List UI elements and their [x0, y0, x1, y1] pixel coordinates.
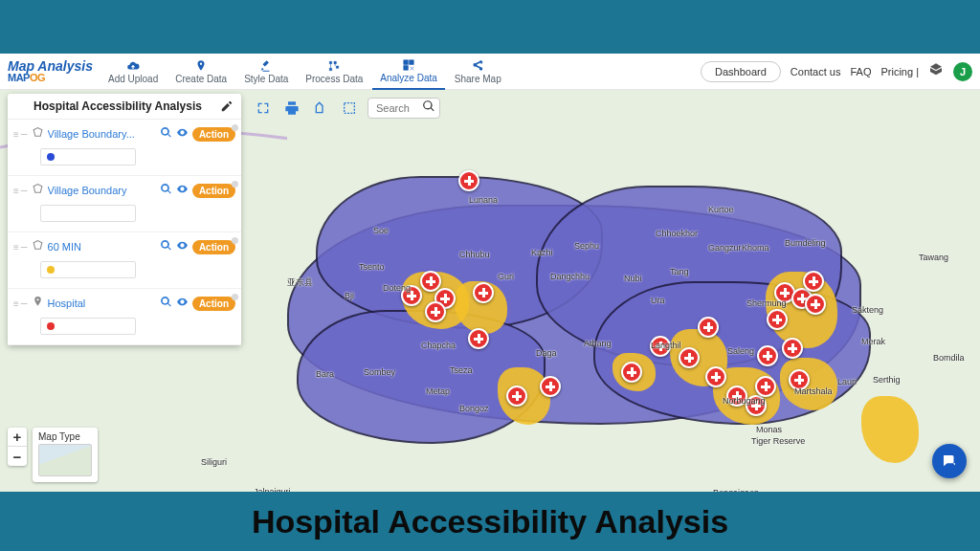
faq-link[interactable]: FAQ	[850, 66, 871, 77]
place-label: Serthig	[873, 375, 901, 385]
drag-handle-icon[interactable]: ≡	[13, 129, 17, 140]
layer-type-icon	[32, 238, 44, 255]
visibility-icon[interactable]	[176, 125, 189, 143]
hospital-marker[interactable]	[621, 362, 642, 383]
contact-link[interactable]: Contact us	[791, 66, 841, 77]
microscope-icon	[258, 59, 274, 73]
collapse-icon[interactable]: –	[21, 184, 28, 197]
toolbar-style-data[interactable]: Style Data	[236, 59, 296, 84]
toolbar-process-data[interactable]: Process Data	[298, 59, 370, 84]
svg-rect-2	[345, 103, 355, 114]
map-tools	[253, 98, 440, 119]
pin-icon	[193, 59, 209, 73]
layer-action-button[interactable]: Action	[192, 240, 235, 254]
print-icon[interactable]	[281, 98, 302, 119]
collapse-icon[interactable]: –	[21, 297, 28, 310]
zoom-to-layer-icon[interactable]	[160, 182, 172, 199]
hospital-marker[interactable]	[473, 282, 494, 303]
collapse-icon[interactable]: –	[21, 127, 28, 141]
drag-handle-icon[interactable]: ≡	[13, 242, 17, 253]
layer-swatch	[40, 205, 136, 222]
brand-logo: Map Analysis MAPOG	[8, 59, 93, 83]
drag-handle-icon[interactable]: ≡	[13, 298, 17, 309]
measure-icon[interactable]	[310, 98, 331, 119]
visibility-icon[interactable]	[176, 182, 189, 199]
layer-row: ≡–HospitalAction	[8, 289, 241, 345]
hospital-marker[interactable]	[755, 376, 776, 397]
hospital-marker[interactable]	[805, 294, 826, 315]
hospital-marker[interactable]	[746, 395, 767, 416]
hospital-marker[interactable]	[679, 347, 700, 368]
fullscreen-icon[interactable]	[253, 98, 274, 119]
chat-button[interactable]	[932, 444, 967, 478]
layer-name[interactable]: Village Boundary	[48, 185, 156, 196]
layer-swatch	[40, 261, 136, 278]
hospital-marker[interactable]	[650, 336, 671, 357]
map-canvas[interactable]: LunanaSoeTsentoDotengBjiChhubuGuriKazhiD…	[0, 90, 980, 492]
dashboard-button[interactable]: Dashboard	[701, 61, 781, 82]
toolbar-add-upload[interactable]: Add Upload	[100, 59, 166, 84]
visibility-icon[interactable]	[176, 295, 189, 312]
place-label: Siliguri	[201, 457, 227, 467]
toolbar-share-map[interactable]: Share Map	[447, 59, 509, 84]
panel-title: Hospital Accessibility Analysis	[15, 99, 220, 113]
chat-icon	[941, 452, 958, 470]
place-label: Tawang	[919, 253, 948, 262]
hospital-marker[interactable]	[757, 345, 778, 366]
hospital-marker[interactable]	[468, 328, 489, 349]
hospital-marker[interactable]	[767, 309, 788, 330]
search-icon[interactable]	[422, 99, 435, 117]
pricing-link[interactable]: Pricing |	[880, 66, 919, 77]
brand-line-1: Map Analysis	[8, 59, 93, 73]
hospital-marker[interactable]	[698, 317, 719, 338]
zoom-to-layer-icon[interactable]	[160, 238, 172, 255]
toolbar-analyze-data[interactable]: Analyze Data	[372, 54, 444, 90]
layer-swatch	[40, 318, 136, 335]
user-avatar[interactable]: J	[953, 62, 972, 81]
layer-name[interactable]: 60 MIN	[48, 241, 156, 253]
hospital-marker[interactable]	[789, 369, 810, 390]
zoom-to-layer-icon[interactable]	[160, 295, 172, 312]
hospital-marker[interactable]	[726, 386, 747, 407]
hospital-marker[interactable]	[803, 271, 824, 292]
collapse-icon[interactable]: –	[21, 240, 28, 253]
brand-line-2: MAPOG	[8, 73, 93, 83]
layer-name[interactable]: Village Boundary...	[48, 128, 156, 140]
zoom-to-layer-icon[interactable]	[160, 125, 172, 143]
layer-name[interactable]: Hospital	[48, 298, 156, 309]
sliders-icon	[326, 59, 342, 73]
hospital-marker[interactable]	[458, 170, 479, 191]
zoom-out-button[interactable]: −	[8, 447, 27, 466]
maptype-card[interactable]: Map Type	[33, 428, 98, 482]
apps-icon[interactable]	[928, 62, 944, 81]
layer-action-button[interactable]: Action	[192, 297, 235, 311]
layer-row: ≡–60 MINAction	[8, 232, 241, 289]
layer-action-button[interactable]: Action	[192, 127, 235, 142]
hospital-marker[interactable]	[420, 271, 441, 292]
search-input[interactable]	[376, 102, 422, 114]
page-caption: Hospital Accessibility Analysis	[0, 492, 980, 551]
hospital-marker[interactable]	[506, 386, 527, 407]
layer-type-icon	[32, 295, 44, 312]
map-search[interactable]	[368, 98, 440, 119]
layer-action-button[interactable]: Action	[192, 184, 235, 198]
analyze-icon	[401, 58, 416, 72]
zoom-in-button[interactable]: +	[8, 428, 27, 447]
hospital-marker[interactable]	[401, 285, 422, 306]
place-label: Tiger Reserve	[751, 436, 805, 446]
layer-list: ≡–Village Boundary...Action≡–Village Bou…	[8, 120, 241, 345]
bbox-icon[interactable]	[339, 98, 360, 119]
zoom-control: + −	[8, 428, 27, 466]
hospital-marker[interactable]	[540, 376, 561, 397]
hospital-marker[interactable]	[425, 301, 446, 322]
hospital-marker[interactable]	[782, 338, 803, 359]
hospital-marker[interactable]	[705, 366, 726, 387]
layer-swatch	[40, 148, 136, 165]
edit-icon[interactable]	[220, 99, 234, 113]
toolbar-create-data[interactable]: Create Data	[167, 59, 234, 84]
visibility-icon[interactable]	[176, 238, 189, 255]
place-label: Monas	[756, 425, 782, 434]
layer-type-icon	[32, 182, 44, 199]
drag-handle-icon[interactable]: ≡	[13, 186, 17, 196]
caption-text: Hospital Accessibility Analysis	[252, 503, 728, 540]
